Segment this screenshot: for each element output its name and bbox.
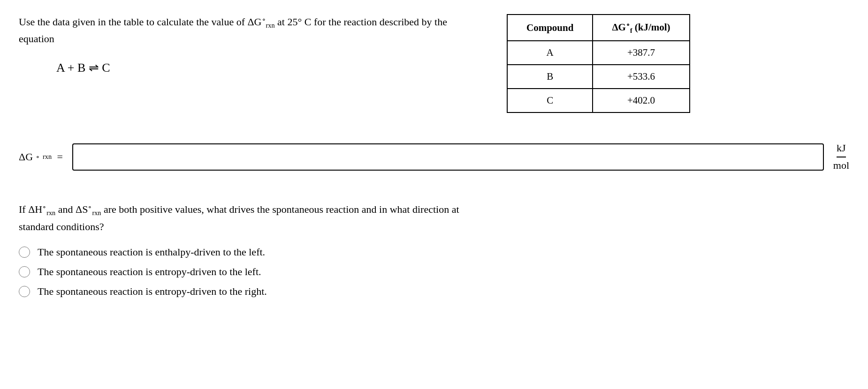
unit-numerator: kJ [837, 141, 846, 157]
option-1[interactable]: The spontaneous reaction is enthalpy-dri… [19, 246, 849, 258]
table-row: C +402.0 [507, 89, 690, 112]
radio-option-3[interactable] [19, 286, 30, 297]
table-row: A +387.7 [507, 41, 690, 65]
answer-input[interactable] [72, 143, 824, 171]
question-section: If ΔH∘rxn and ΔS∘rxn are both positive v… [19, 201, 849, 298]
answer-label: ΔG∘rxn = [19, 151, 63, 163]
compound-a: A [507, 41, 593, 65]
option-3[interactable]: The spontaneous reaction is entropy-driv… [19, 285, 849, 298]
unit-denominator: mol [833, 157, 849, 173]
delta-g-b: +533.6 [593, 65, 689, 89]
compound-c: C [507, 89, 593, 112]
option-1-label: The spontaneous reaction is enthalpy-dri… [38, 246, 265, 258]
radio-option-2[interactable] [19, 266, 30, 277]
table-row: B +533.6 [507, 65, 690, 89]
intro-text: Use the data given in the table to calcu… [19, 14, 479, 46]
table-header-compound: Compound [507, 15, 593, 41]
compound-b: B [507, 65, 593, 89]
question-text: If ΔH∘rxn and ΔS∘rxn are both positive v… [19, 201, 849, 235]
data-table: Compound ΔG∘f (kJ/mol) A +387.7 B +533.6… [507, 14, 690, 113]
top-section: Use the data given in the table to calcu… [19, 14, 849, 113]
delta-g-a: +387.7 [593, 41, 689, 65]
option-3-label: The spontaneous reaction is entropy-driv… [38, 285, 267, 298]
chemical-equation: A + B ⇌ C [56, 60, 479, 75]
problem-text: Use the data given in the table to calcu… [19, 14, 479, 75]
option-2-label: The spontaneous reaction is entropy-driv… [38, 266, 261, 278]
option-2[interactable]: The spontaneous reaction is entropy-driv… [19, 266, 849, 278]
radio-option-1[interactable] [19, 247, 30, 258]
data-table-container: Compound ΔG∘f (kJ/mol) A +387.7 B +533.6… [507, 14, 690, 113]
unit-label: kJ mol [833, 141, 849, 173]
answer-section: ΔG∘rxn = kJ mol [19, 141, 849, 173]
table-header-delta-g: ΔG∘f (kJ/mol) [593, 15, 689, 41]
delta-g-c: +402.0 [593, 89, 689, 112]
